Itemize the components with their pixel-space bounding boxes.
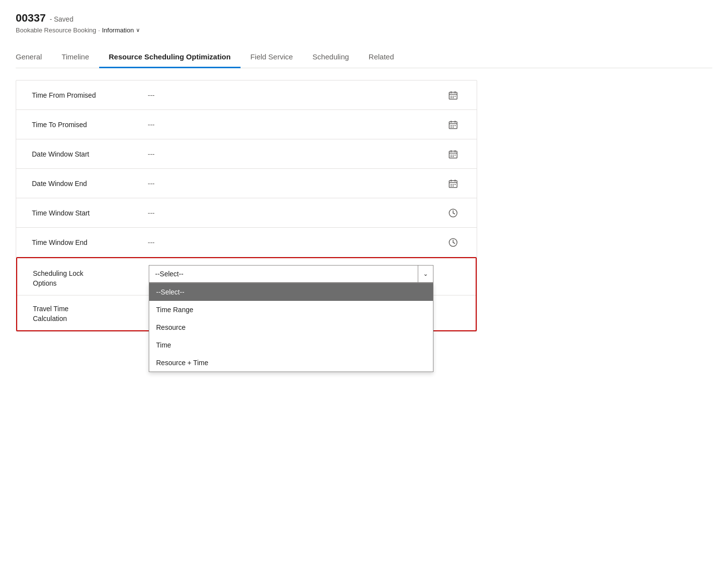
- row-time-to-promised: Time To Promised ---: [16, 110, 477, 139]
- svg-rect-8: [453, 97, 454, 98]
- scheduling-lock-dropdown: --Select-- Time Range Resource Time: [149, 283, 433, 372]
- svg-rect-33: [455, 184, 456, 185]
- svg-rect-25: [451, 156, 452, 157]
- page-container: 00337 - Saved Bookable Resource Booking …: [0, 0, 728, 587]
- svg-rect-4: [451, 96, 452, 97]
- svg-rect-17: [453, 127, 454, 128]
- dropdown-option-time[interactable]: Time: [149, 336, 433, 354]
- record-title: 00337 - Saved: [16, 12, 712, 25]
- label-time-from-promised: Time From Promised: [32, 91, 140, 99]
- row-time-window-end: Time Window End ---: [16, 228, 477, 257]
- breadcrumb-separator: ·: [98, 27, 100, 34]
- value-date-window-start: ---: [140, 150, 445, 158]
- calendar-icon-date-window-start[interactable]: [445, 149, 461, 159]
- row-time-window-start: Time Window Start ---: [16, 198, 477, 228]
- svg-rect-7: [451, 97, 452, 98]
- label-time-window-start: Time Window Start: [32, 209, 140, 217]
- calendar-icon-date-window-end[interactable]: [445, 179, 461, 188]
- svg-rect-26: [453, 156, 454, 157]
- value-time-window-start: ---: [140, 209, 445, 217]
- svg-rect-23: [453, 155, 454, 156]
- form-card: Time From Promised ---: [16, 80, 477, 332]
- svg-rect-5: [453, 96, 454, 97]
- row-date-window-start: Date Window Start ---: [16, 139, 477, 169]
- dropdown-option-time-range[interactable]: Time Range: [149, 301, 433, 319]
- tabs-bar: General Timeline Resource Scheduling Opt…: [16, 48, 712, 68]
- highlighted-section: Scheduling Lock Options --Select-- ⌄ --S: [16, 257, 477, 331]
- row-time-from-promised: Time From Promised ---: [16, 80, 477, 110]
- label-time-to-promised: Time To Promised: [32, 121, 140, 129]
- svg-rect-35: [453, 186, 454, 187]
- value-date-window-end: ---: [140, 180, 445, 187]
- svg-rect-31: [451, 184, 452, 185]
- svg-rect-14: [453, 125, 454, 126]
- tab-general[interactable]: General: [16, 48, 52, 68]
- tab-related[interactable]: Related: [359, 48, 404, 68]
- row-scheduling-lock-options: Scheduling Lock Options --Select-- ⌄ --S: [17, 258, 476, 295]
- row-date-window-end: Date Window End ---: [16, 169, 477, 198]
- header-section: 00337 - Saved Bookable Resource Booking …: [16, 12, 712, 38]
- label-time-window-end: Time Window End: [32, 239, 140, 246]
- tab-scheduling[interactable]: Scheduling: [303, 48, 359, 68]
- breadcrumb-entity[interactable]: Bookable Resource Booking: [16, 27, 96, 34]
- clock-icon-time-window-end[interactable]: [445, 238, 461, 247]
- dropdown-option-select[interactable]: --Select--: [149, 283, 433, 301]
- clock-icon-time-window-start[interactable]: [445, 208, 461, 218]
- record-id: 00337: [16, 12, 46, 25]
- svg-line-38: [453, 213, 455, 214]
- svg-rect-16: [451, 127, 452, 128]
- svg-rect-32: [453, 184, 454, 185]
- scheduling-lock-select[interactable]: --Select-- ⌄: [149, 265, 433, 283]
- select-box-text: --Select--: [149, 270, 418, 278]
- breadcrumb-current-view[interactable]: Information ∨: [102, 27, 140, 34]
- breadcrumb: Bookable Resource Booking · Information …: [16, 27, 712, 34]
- tab-rso[interactable]: Resource Scheduling Optimization: [99, 48, 241, 68]
- svg-rect-34: [451, 186, 452, 187]
- value-time-to-promised: ---: [140, 121, 445, 129]
- content-area: Time From Promised ---: [16, 68, 712, 344]
- svg-rect-22: [451, 155, 452, 156]
- value-time-from-promised: ---: [140, 91, 445, 99]
- scheduling-lock-field: --Select-- ⌄ --Select-- Time Range: [141, 265, 460, 283]
- label-date-window-start: Date Window Start: [32, 150, 140, 158]
- svg-rect-15: [455, 125, 456, 126]
- svg-rect-6: [455, 96, 456, 97]
- dropdown-option-resource[interactable]: Resource: [149, 319, 433, 336]
- svg-rect-13: [451, 125, 452, 126]
- record-saved: - Saved: [50, 15, 73, 23]
- calendar-icon-time-from-promised[interactable]: [445, 90, 461, 100]
- value-time-window-end: ---: [140, 239, 445, 246]
- dropdown-option-resource-time[interactable]: Resource + Time: [149, 354, 433, 372]
- svg-rect-24: [455, 155, 456, 156]
- label-date-window-end: Date Window End: [32, 180, 140, 187]
- calendar-icon-time-to-promised[interactable]: [445, 120, 461, 130]
- tab-field-service[interactable]: Field Service: [241, 48, 303, 68]
- label-travel-time-calculation: Travel Time Calculation: [33, 302, 141, 323]
- svg-line-41: [453, 242, 455, 243]
- label-scheduling-lock-options: Scheduling Lock Options: [33, 265, 141, 288]
- chevron-down-icon: ⌄: [418, 270, 433, 277]
- tab-timeline[interactable]: Timeline: [52, 48, 99, 68]
- breadcrumb-chevron-icon: ∨: [136, 27, 140, 33]
